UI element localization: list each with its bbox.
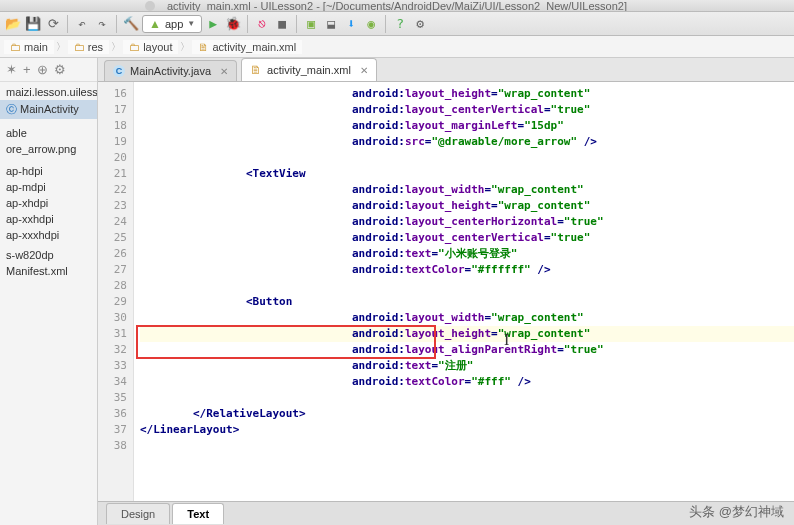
run-config-label: app — [165, 18, 183, 30]
window-title-bar: activity_main.xml - UILesson2 - [~/Docum… — [0, 0, 794, 12]
settings-icon[interactable]: ⚙ — [411, 15, 429, 33]
traffic-light-icon[interactable] — [145, 1, 155, 11]
crumb[interactable]: 🗎activity_main.xml — [192, 40, 302, 54]
collapse-icon[interactable]: ✶ — [6, 62, 17, 77]
project-tree[interactable]: maizi.lesson.uiless ⓒ MainActivity able … — [0, 82, 97, 281]
code-line[interactable]: android:layout_height="wrap_content" — [140, 326, 794, 342]
gear-icon[interactable]: ⚙ — [54, 62, 66, 77]
tree-item[interactable]: ⓒ MainActivity — [0, 100, 97, 119]
code-line[interactable]: <Button — [140, 294, 794, 310]
crumb[interactable]: 🗀res — [68, 40, 109, 54]
gutter: 1617181920212223242526272829303132333435… — [98, 82, 134, 501]
code-line[interactable]: android:textColor="#ffffff" /> — [140, 262, 794, 278]
code-line[interactable]: </RelativeLayout> — [140, 406, 794, 422]
tree-item[interactable]: able — [0, 125, 97, 141]
text-cursor-icon: I — [504, 332, 509, 348]
code-line[interactable]: android:layout_width="wrap_content" — [140, 182, 794, 198]
debug-icon[interactable]: 🐞 — [224, 15, 242, 33]
crumb[interactable]: 🗀layout — [123, 40, 178, 54]
code-line[interactable]: </LinearLayout> — [140, 422, 794, 438]
breadcrumb: 🗀main 〉 🗀res 〉 🗀layout 〉 🗎activity_main.… — [0, 36, 794, 58]
code-line[interactable]: android:layout_centerVertical="true" — [140, 102, 794, 118]
watermark: 头条 @梦幻神域 — [689, 503, 784, 521]
window-title: activity_main.xml - UILesson2 - [~/Docum… — [167, 0, 627, 12]
redo-icon[interactable]: ↷ — [93, 15, 111, 33]
code-line[interactable]: android:layout_centerVertical="true" — [140, 230, 794, 246]
tree-item[interactable]: ap-mdpi — [0, 179, 97, 195]
file-icon: 🗎 — [198, 41, 209, 53]
save-icon[interactable]: 💾 — [24, 15, 42, 33]
android-icon-2[interactable]: ◉ — [362, 15, 380, 33]
class-icon: ⓒ — [6, 103, 20, 115]
add-icon[interactable]: + — [23, 62, 31, 77]
code-line[interactable]: android:src="@drawable/more_arrow" /> — [140, 134, 794, 150]
code-line[interactable]: android:layout_height="wrap_content" — [140, 86, 794, 102]
tree-item[interactable]: ore_arrow.png — [0, 141, 97, 157]
code-area[interactable]: 1617181920212223242526272829303132333435… — [98, 82, 794, 501]
main-toolbar: 📂 💾 ⟳ ↶ ↷ 🔨 ▲ app ▼ ▶ 🐞 ⎋ ■ ▣ ⬓ ⬇ ◉ ? ⚙ — [0, 12, 794, 36]
attach-icon[interactable]: ⎋ — [253, 15, 271, 33]
stop-icon[interactable]: ■ — [273, 15, 291, 33]
dropdown-icon: ▼ — [187, 19, 195, 28]
code-line[interactable]: android:text="小米账号登录" — [140, 246, 794, 262]
code-line[interactable]: android:layout_width="wrap_content" — [140, 310, 794, 326]
sdk-icon[interactable]: ⬇ — [342, 15, 360, 33]
folder-icon: 🗀 — [10, 41, 21, 53]
chevron-right-icon: 〉 — [111, 40, 121, 54]
tab-text[interactable]: Text — [172, 503, 224, 524]
crumb[interactable]: 🗀main — [4, 40, 54, 54]
close-icon[interactable]: ✕ — [360, 65, 368, 76]
tree-item[interactable]: Manifest.xml — [0, 263, 97, 279]
editor-tabs: C MainActivity.java ✕ 🗎 activity_main.xm… — [98, 58, 794, 82]
sync-icon[interactable]: ⟳ — [44, 15, 62, 33]
android-icon: ▲ — [149, 17, 161, 31]
layout-inspector-icon[interactable]: ⬓ — [322, 15, 340, 33]
tree-item[interactable]: maizi.lesson.uiless — [0, 84, 97, 100]
chevron-right-icon: 〉 — [56, 40, 66, 54]
java-icon: C — [113, 65, 125, 77]
tree-item[interactable]: ap-xxhdpi — [0, 211, 97, 227]
tree-item[interactable]: ap-hdpi — [0, 163, 97, 179]
code-line[interactable]: android:layout_marginLeft="15dp" — [140, 118, 794, 134]
tab-design[interactable]: Design — [106, 503, 170, 524]
avd-icon[interactable]: ▣ — [302, 15, 320, 33]
help-icon[interactable]: ? — [391, 15, 409, 33]
code-line[interactable] — [140, 278, 794, 294]
code-line[interactable]: android:layout_height="wrap_content" — [140, 198, 794, 214]
project-toolbar: ✶ + ⊕ ⚙ — [0, 58, 97, 82]
editor: C MainActivity.java ✕ 🗎 activity_main.xm… — [98, 58, 794, 525]
xml-icon: 🗎 — [250, 63, 262, 77]
open-icon[interactable]: 📂 — [4, 15, 22, 33]
folder-icon: 🗀 — [129, 41, 140, 53]
code-line[interactable] — [140, 390, 794, 406]
close-icon[interactable]: ✕ — [220, 66, 228, 77]
tree-item[interactable]: ap-xxxhdpi — [0, 227, 97, 243]
file-tab-mainactivity[interactable]: C MainActivity.java ✕ — [104, 60, 237, 81]
code-line[interactable]: android:layout_alignParentRight="true" — [140, 342, 794, 358]
code-line[interactable] — [140, 150, 794, 166]
run-config-combo[interactable]: ▲ app ▼ — [142, 15, 202, 33]
file-tab-activitymain[interactable]: 🗎 activity_main.xml ✕ — [241, 58, 377, 81]
tree-item[interactable]: ap-xhdpi — [0, 195, 97, 211]
code-line[interactable]: <TextView — [140, 166, 794, 182]
code-line[interactable] — [140, 438, 794, 454]
build-icon[interactable]: 🔨 — [122, 15, 140, 33]
project-panel: ✶ + ⊕ ⚙ maizi.lesson.uiless ⓒ MainActivi… — [0, 58, 98, 525]
run-icon[interactable]: ▶ — [204, 15, 222, 33]
tree-item[interactable]: s-w820dp — [0, 247, 97, 263]
folder-icon: 🗀 — [74, 41, 85, 53]
code-lines[interactable]: I android:layout_height="wrap_content" a… — [134, 82, 794, 501]
code-line[interactable]: android:text="注册" — [140, 358, 794, 374]
code-line[interactable]: android:textColor="#fff" /> — [140, 374, 794, 390]
code-line[interactable]: android:layout_centerHorizontal="true" — [140, 214, 794, 230]
chevron-right-icon: 〉 — [180, 40, 190, 54]
undo-icon[interactable]: ↶ — [73, 15, 91, 33]
target-icon[interactable]: ⊕ — [37, 62, 48, 77]
